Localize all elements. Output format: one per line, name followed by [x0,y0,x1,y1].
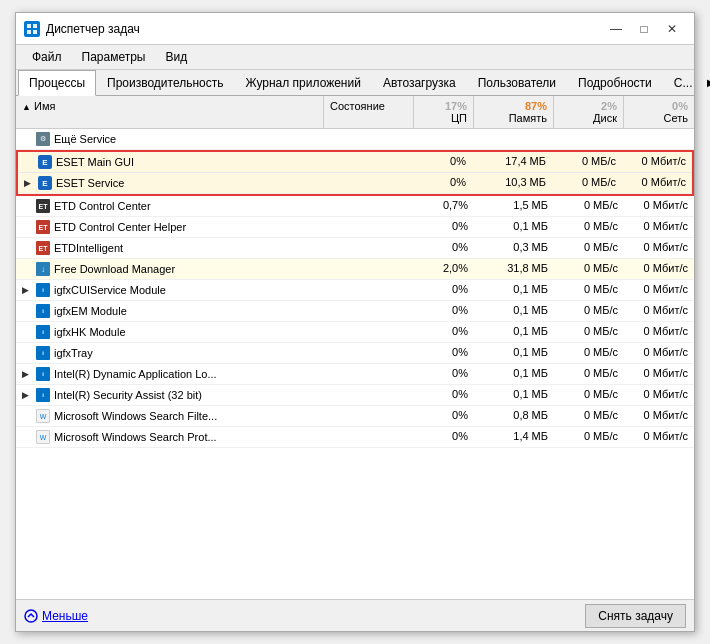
minimize-button[interactable]: — [602,19,630,39]
svg-rect-0 [27,24,31,28]
end-task-button[interactable]: Снять задачу [585,604,686,628]
process-name: ET ETD Control Center [16,196,324,216]
process-mem: 0,1 МБ [474,364,554,384]
table-row[interactable]: ▶ i igfxCUIService Module 0% 0,1 МБ 0 МБ… [16,280,694,301]
process-disk: 0 МБ/с [554,406,624,426]
menu-view[interactable]: Вид [157,47,195,67]
tab-app-history[interactable]: Журнал приложений [235,70,372,95]
expand-icon: ▶ [22,285,32,295]
process-net: 0 Мбит/с [624,301,694,321]
process-name: ↓ Free Download Manager [16,259,324,279]
menu-file[interactable]: Файл [24,47,70,67]
table-row[interactable]: i igfxTray 0% 0,1 МБ 0 МБ/с 0 Мбит/с [16,343,694,364]
table-row[interactable]: ET ETDIntelligent 0% 0,3 МБ 0 МБ/с 0 Мби… [16,238,694,259]
process-cpu: 0% [414,364,474,384]
process-net: 0 Мбит/с [624,406,694,426]
process-state [324,196,414,216]
process-mem: 0,1 МБ [474,301,554,321]
table-row[interactable]: ET ETD Control Center Helper 0% 0,1 МБ 0… [16,217,694,238]
process-mem: 31,8 МБ [474,259,554,279]
process-net: 0 Мбит/с [624,385,694,405]
process-icon: ↓ [36,262,50,276]
tab-performance[interactable]: Производительность [96,70,234,95]
process-state [324,343,414,363]
table-row[interactable]: ↓ Free Download Manager 2,0% 31,8 МБ 0 М… [16,259,694,280]
process-disk: 0 МБ/с [552,152,622,172]
process-mem: 0,1 МБ [474,217,554,237]
process-state [322,152,412,172]
table-row[interactable]: ▶ i Intel(R) Dynamic Application Lo... 0… [16,364,694,385]
col-header-mem[interactable]: 87% Память [474,96,554,128]
process-name: W Microsoft Windows Search Prot... [16,427,324,447]
col-header-state[interactable]: Состояние [324,96,414,128]
process-cpu: 0% [414,406,474,426]
process-state [322,173,412,193]
table-row[interactable]: W Microsoft Windows Search Prot... 0% 1,… [16,427,694,448]
table-header: ▲ Имя Состояние 17% ЦП 87% Память 2% Дис… [16,96,694,129]
table-row[interactable]: ET ETD Control Center 0,7% 1,5 МБ 0 МБ/с… [16,196,694,217]
table-row[interactable]: ▶ E ESET Service 0% 10,3 МБ 0 МБ/с 0 Мби… [18,173,692,194]
table-row[interactable]: ⚙ Ещё Service [16,129,694,150]
table-row[interactable]: i igfxEM Module 0% 0,1 МБ 0 МБ/с 0 Мбит/… [16,301,694,322]
process-disk: 0 МБ/с [554,280,624,300]
chevron-up-icon [24,609,38,623]
expand-icon: ▶ [22,369,32,379]
process-net: 0 Мбит/с [624,322,694,342]
process-state [324,385,414,405]
table-row[interactable]: E ESET Main GUI 0% 17,4 МБ 0 МБ/с 0 Мбит… [18,152,692,173]
window-controls: — □ ✕ [602,19,686,39]
process-icon: W [36,430,50,444]
process-disk: 0 МБ/с [554,364,624,384]
process-name: ▶ i Intel(R) Security Assist (32 bit) [16,385,324,405]
process-mem: 10,3 МБ [472,173,552,193]
menu-bar: Файл Параметры Вид [16,45,694,70]
process-mem: 0,1 МБ [474,322,554,342]
expand-icon: ▶ [24,178,34,188]
col-header-disk[interactable]: 2% Диск [554,96,624,128]
process-name: i igfxEM Module [16,301,324,321]
process-net: 0 Мбит/с [622,152,692,172]
process-disk: 0 МБ/с [554,238,624,258]
process-cpu: 0% [414,343,474,363]
process-mem: 1,4 МБ [474,427,554,447]
process-name: ET ETD Control Center Helper [16,217,324,237]
close-button[interactable]: ✕ [658,19,686,39]
tab-autostart[interactable]: Автозагрузка [372,70,467,95]
process-cpu: 0% [414,427,474,447]
process-net: 0 Мбит/с [624,427,694,447]
tab-users[interactable]: Пользователи [467,70,567,95]
col-header-cpu[interactable]: 17% ЦП [414,96,474,128]
process-name: ▶ i Intel(R) Dynamic Application Lo... [16,364,324,384]
tab-processes[interactable]: Процессы [18,70,96,96]
process-state [324,364,414,384]
maximize-button[interactable]: □ [630,19,658,39]
process-cpu [414,129,474,149]
svg-rect-2 [27,30,31,34]
process-icon: ET [36,220,50,234]
highlighted-group: E ESET Main GUI 0% 17,4 МБ 0 МБ/с 0 Мбит… [16,150,694,196]
table-row[interactable]: W Microsoft Windows Search Filte... 0% 0… [16,406,694,427]
footer: Меньше Снять задачу [16,599,694,631]
tab-more[interactable]: С... [663,70,704,95]
table-row[interactable]: i igfxHK Module 0% 0,1 МБ 0 МБ/с 0 Мбит/… [16,322,694,343]
less-button[interactable]: Меньше [24,609,88,623]
process-net: 0 Мбит/с [624,364,694,384]
tab-scroll-right[interactable]: ▶ [703,72,710,93]
process-name: i igfxTray [16,343,324,363]
process-icon: i [36,283,50,297]
process-icon: i [36,346,50,360]
process-net: 0 Мбит/с [624,259,694,279]
tabs-bar: Процессы Производительность Журнал прило… [16,70,694,96]
tab-details[interactable]: Подробности [567,70,663,95]
process-state [324,406,414,426]
svg-point-4 [25,610,37,622]
less-label: Меньше [42,609,88,623]
svg-rect-3 [33,30,37,34]
process-disk [554,129,624,149]
process-disk: 0 МБ/с [554,301,624,321]
table-row[interactable]: ▶ i Intel(R) Security Assist (32 bit) 0%… [16,385,694,406]
process-disk: 0 МБ/с [554,343,624,363]
col-header-name[interactable]: ▲ Имя [16,96,324,128]
menu-params[interactable]: Параметры [74,47,154,67]
col-header-net[interactable]: 0% Сеть [624,96,694,128]
